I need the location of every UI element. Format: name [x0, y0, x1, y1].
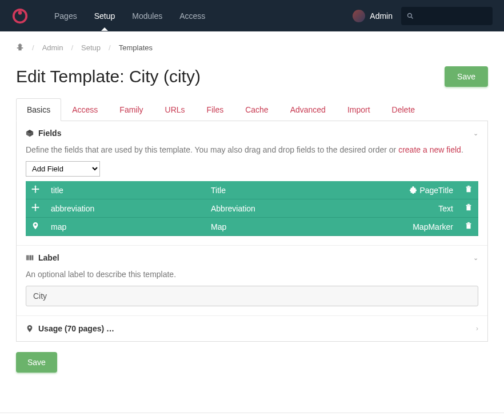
nav-setup[interactable]: Setup [86, 1, 124, 31]
svg-marker-9 [34, 191, 37, 193]
user-name: Admin [370, 11, 393, 21]
crumb-admin[interactable]: Admin [42, 43, 63, 52]
svg-rect-30 [27, 255, 29, 261]
label-header[interactable]: Label ⌄ [17, 246, 487, 270]
breadcrumb: / Admin / Setup / Templates [16, 43, 488, 53]
svg-rect-33 [31, 255, 32, 261]
svg-rect-28 [467, 222, 470, 223]
crumb-setup[interactable]: Setup [81, 43, 101, 52]
trash-icon[interactable] [465, 222, 473, 230]
crumb-templates[interactable]: Templates [119, 43, 153, 52]
tab-family[interactable]: Family [109, 98, 154, 121]
search-box[interactable] [401, 7, 493, 25]
tab-files[interactable]: Files [196, 98, 235, 121]
page-title: Edit Template: City (city) [16, 67, 201, 86]
tab-cache[interactable]: Cache [234, 98, 279, 121]
svg-rect-22 [33, 207, 38, 208]
label-input[interactable] [26, 286, 478, 306]
search-icon [407, 12, 414, 20]
avatar [353, 10, 365, 22]
svg-rect-23 [467, 206, 471, 210]
section-fields: Fields ⌄ Define the fields that are used… [17, 121, 487, 246]
tabs: Basics Access Family URLs Files Cache Ad… [16, 98, 488, 121]
svg-point-2 [408, 13, 412, 17]
svg-rect-34 [32, 255, 33, 261]
svg-rect-27 [466, 223, 471, 225]
svg-marker-17 [34, 203, 37, 205]
field-row[interactable]: map Map MapMarker [26, 218, 478, 236]
field-label: Title [205, 181, 390, 199]
field-row[interactable]: title Title PageTitle [26, 181, 478, 199]
chevron-right-icon: › [476, 325, 478, 333]
add-field-select[interactable]: Add Field [26, 161, 100, 177]
chevron-down-icon: ⌄ [473, 254, 478, 262]
label-title: Label [38, 253, 59, 262]
save-button-top[interactable]: Save [445, 66, 488, 87]
trash-icon[interactable] [465, 185, 473, 193]
svg-rect-26 [467, 224, 471, 229]
tab-delete[interactable]: Delete [381, 98, 426, 121]
tab-basics[interactable]: Basics [16, 98, 61, 121]
move-icon[interactable] [31, 203, 39, 211]
svg-line-3 [411, 17, 413, 18]
topbar: Pages Setup Modules Access Admin [0, 0, 504, 31]
save-button-bottom[interactable]: Save [16, 352, 57, 373]
search-input[interactable] [418, 11, 487, 20]
svg-marker-19 [31, 206, 33, 209]
svg-rect-24 [466, 205, 471, 206]
cube-icon [26, 129, 34, 137]
svg-marker-8 [34, 185, 37, 187]
marker-icon[interactable] [31, 222, 39, 230]
svg-rect-16 [467, 186, 470, 187]
trash-icon[interactable] [465, 203, 473, 211]
svg-marker-4 [17, 43, 23, 50]
svg-rect-14 [467, 187, 471, 192]
barcode-icon [26, 254, 34, 262]
label-description: An optional label to describe this templ… [26, 270, 478, 279]
field-name: title [45, 181, 205, 199]
fields-description: Define the fields that are used by this … [26, 145, 478, 154]
svg-rect-32 [30, 255, 31, 261]
usage-title: Usage (70 pages) … [38, 324, 114, 333]
field-row[interactable]: abbreviation Abbreviation Text [26, 199, 478, 218]
tab-access[interactable]: Access [61, 98, 109, 121]
create-field-link[interactable]: create a new field [398, 145, 461, 154]
move-icon[interactable] [31, 185, 39, 193]
main-nav: Pages Setup Modules Access [46, 1, 214, 31]
tab-advanced[interactable]: Advanced [279, 98, 337, 121]
field-name: abbreviation [45, 199, 205, 218]
tab-urls[interactable]: URLs [154, 98, 196, 121]
svg-marker-11 [38, 188, 39, 190]
svg-rect-29 [26, 255, 27, 261]
section-label: Label ⌄ An optional label to describe th… [17, 246, 487, 316]
fields-header[interactable]: Fields ⌄ [17, 121, 487, 145]
nav-access[interactable]: Access [171, 1, 214, 31]
section-usage[interactable]: Usage (70 pages) … › [17, 316, 487, 341]
svg-rect-31 [29, 255, 29, 261]
panel-basics: Fields ⌄ Define the fields that are used… [16, 121, 488, 342]
site-footer: ProcessWire 3.0.85 © 2018 [0, 413, 504, 420]
svg-marker-10 [31, 188, 33, 190]
svg-marker-18 [34, 210, 37, 211]
svg-rect-15 [466, 187, 471, 188]
svg-rect-25 [467, 204, 470, 205]
logo[interactable] [11, 7, 29, 25]
puzzle-icon [409, 186, 417, 194]
svg-rect-13 [33, 189, 38, 190]
chevron-down-icon: ⌄ [473, 130, 478, 137]
field-label: Abbreviation [205, 199, 390, 218]
svg-marker-20 [38, 206, 39, 209]
svg-point-1 [18, 11, 22, 15]
fields-title: Fields [38, 129, 61, 138]
tree-icon[interactable] [16, 43, 24, 53]
content: / Admin / Setup / Templates Edit Templat… [0, 31, 504, 384]
field-name: map [45, 218, 205, 236]
tab-import[interactable]: Import [337, 98, 381, 121]
field-label: Map [205, 218, 390, 236]
nav-pages[interactable]: Pages [46, 1, 86, 31]
fields-table: title Title PageTitle abbreviation Abbre… [26, 181, 478, 236]
marker-icon [26, 325, 34, 333]
nav-modules[interactable]: Modules [123, 1, 171, 31]
user-menu[interactable]: Admin [353, 10, 393, 22]
